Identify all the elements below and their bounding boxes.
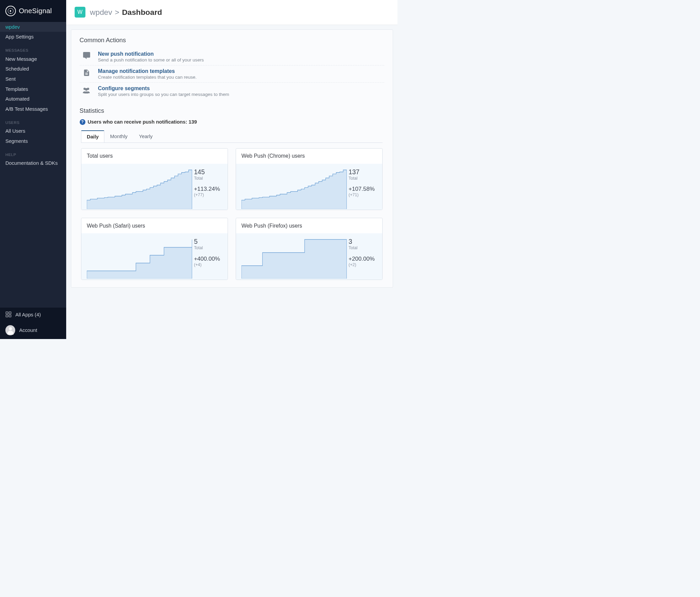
sidebar-item-automated[interactable]: Automated (0, 94, 66, 104)
svg-rect-1 (9, 312, 11, 314)
card-title: Web Push (Safari) users (81, 218, 228, 233)
card-title: Web Push (Chrome) users (236, 149, 382, 164)
action-sub: Split your users into groups so you can … (98, 92, 229, 97)
sparkline-chart (236, 164, 348, 210)
stat-total: 137 (349, 169, 379, 176)
brand[interactable]: OneSignal (0, 0, 66, 22)
action-sub: Send a push notification to some or all … (98, 57, 204, 63)
stats-tabs: DailyMonthlyYearly (81, 130, 382, 143)
users-icon (82, 85, 91, 95)
sidebar-item-app-settings[interactable]: App Settings (0, 32, 66, 42)
stat-total: 5 (194, 238, 225, 246)
avatar-icon (5, 325, 16, 335)
statistics-title: Statistics (80, 107, 384, 115)
file-icon (82, 68, 91, 77)
sidebar-item-scheduled[interactable]: Scheduled (0, 64, 66, 74)
svg-point-6 (85, 88, 88, 91)
tab-monthly[interactable]: Monthly (104, 130, 133, 143)
stat-pct: +107.58% (349, 186, 379, 193)
action-title: Configure segments (98, 85, 229, 92)
breadcrumb-app[interactable]: wpdev (90, 8, 112, 17)
action-sub: Create notification templates that you c… (98, 75, 197, 80)
sparkline-chart (236, 233, 348, 279)
sparkline-chart (81, 233, 193, 279)
stat-total-label: Total (349, 176, 379, 181)
stat-pct: +113.24% (194, 186, 225, 193)
common-actions-list: New push notificationSend a push notific… (80, 48, 384, 100)
sidebar-item-a-b-test-messages[interactable]: A/B Test Messages (0, 104, 66, 114)
grid-icon (5, 311, 11, 317)
stats-note-text: Users who can receive push notifications… (88, 119, 197, 125)
stat-total: 3 (349, 238, 379, 246)
sidebar-footer: All Apps (4) Account (0, 307, 66, 339)
statistics-section: Statistics ? Users who can receive push … (80, 107, 384, 280)
all-apps-label: All Apps (4) (15, 312, 41, 317)
help-icon[interactable]: ? (80, 119, 85, 125)
sidebar-item-templates[interactable]: Templates (0, 84, 66, 94)
sidebar-nav: wpdevApp SettingsMESSAGESNew MessageSche… (0, 22, 66, 307)
account-link[interactable]: Account (0, 321, 66, 339)
svg-rect-3 (9, 315, 11, 317)
action-title: Manage notification templates (98, 68, 197, 74)
breadcrumb-sep: > (115, 8, 119, 17)
tab-yearly[interactable]: Yearly (133, 130, 158, 143)
action-configure-segments[interactable]: Configure segmentsSplit your users into … (80, 83, 384, 100)
stats-note: ? Users who can receive push notificatio… (80, 119, 384, 125)
account-label: Account (19, 327, 37, 333)
svg-rect-0 (6, 312, 8, 314)
action-title: New push notification (98, 51, 204, 57)
nav-header: USERS (0, 116, 66, 126)
sidebar-item-wpdev[interactable]: wpdev (0, 22, 66, 32)
stat-delta: (+4) (194, 263, 225, 267)
action-manage-notification-templates[interactable]: Manage notification templatesCreate noti… (80, 66, 384, 83)
brand-text: OneSignal (19, 7, 52, 15)
all-apps-link[interactable]: All Apps (4) (0, 307, 66, 321)
stat-total-label: Total (194, 176, 225, 181)
sidebar: OneSignal wpdevApp SettingsMESSAGESNew M… (0, 0, 66, 339)
sidebar-item-sent[interactable]: Sent (0, 74, 66, 84)
onesignal-logo-icon (5, 6, 16, 16)
common-actions-title: Common Actions (80, 37, 384, 44)
comment-icon (82, 51, 91, 60)
action-new-push-notification[interactable]: New push notificationSend a push notific… (80, 48, 384, 66)
content: Common Actions New push notificationSend… (66, 25, 398, 339)
stat-delta: (+71) (349, 193, 379, 197)
card-title: Web Push (Firefox) users (236, 218, 382, 233)
sidebar-item-all-users[interactable]: All Users (0, 126, 66, 136)
topbar: W wpdev > Dashboard (66, 0, 398, 25)
stat-card-web-push-firefox-users: Web Push (Firefox) users3Total+200.00%(+… (236, 218, 382, 280)
main: W wpdev > Dashboard Common Actions New p… (66, 0, 398, 339)
nav-header: MESSAGES (0, 44, 66, 54)
app-badge: W (75, 7, 85, 18)
stat-total: 145 (194, 169, 225, 176)
stat-card-total-users: Total users145Total+113.24%(+77) (81, 148, 228, 210)
stat-delta: (+2) (349, 263, 379, 267)
main-panel: Common Actions New push notificationSend… (71, 29, 393, 288)
card-title: Total users (81, 149, 228, 164)
sidebar-item-documentation-sdks[interactable]: Documentation & SDKs (0, 158, 66, 168)
breadcrumb: wpdev > Dashboard (90, 8, 162, 17)
stat-delta: (+77) (194, 193, 225, 197)
stat-card-web-push-chrome-users: Web Push (Chrome) users137Total+107.58%(… (236, 148, 382, 210)
stat-total-label: Total (194, 246, 225, 250)
tab-daily[interactable]: Daily (81, 130, 104, 143)
stat-total-label: Total (349, 246, 379, 250)
sidebar-item-segments[interactable]: Segments (0, 136, 66, 146)
stats-cards: Total users145Total+113.24%(+77)Web Push… (80, 148, 384, 280)
nav-header: HELP (0, 148, 66, 158)
sidebar-item-new-message[interactable]: New Message (0, 54, 66, 64)
stat-pct: +400.00% (194, 256, 225, 263)
svg-rect-2 (6, 315, 8, 317)
stat-pct: +200.00% (349, 256, 379, 263)
sparkline-chart (81, 164, 193, 210)
stat-card-web-push-safari-users: Web Push (Safari) users5Total+400.00%(+4… (81, 218, 228, 280)
breadcrumb-current: Dashboard (122, 8, 162, 17)
